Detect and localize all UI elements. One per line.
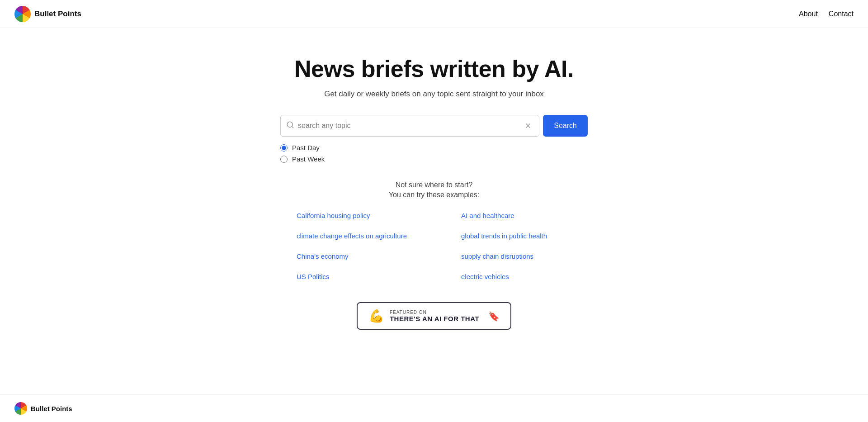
- examples-heading-2: You can try these examples:: [297, 191, 571, 199]
- past-day-radio[interactable]: [280, 144, 288, 152]
- example-link[interactable]: US Politics: [297, 273, 407, 280]
- search-container: Search: [280, 115, 588, 137]
- brand-logo[interactable]: Bullet Points: [14, 6, 81, 22]
- footer-logo-icon: [14, 402, 27, 415]
- navbar: Bullet Points About Contact: [0, 0, 868, 28]
- search-clear-button[interactable]: [523, 122, 533, 129]
- past-week-label: Past Week: [292, 155, 325, 163]
- logo-icon: [14, 6, 31, 22]
- example-link[interactable]: supply chain disruptions: [461, 252, 571, 260]
- brand-name: Bullet Points: [34, 9, 81, 19]
- contact-link[interactable]: Contact: [829, 10, 854, 18]
- featured-badge[interactable]: 💪 FEATURED ON THERE'S AN AI FOR THAT 🔖: [357, 302, 511, 330]
- examples-section: Not sure where to start? You can try the…: [297, 181, 571, 280]
- past-week-radio-label[interactable]: Past Week: [280, 155, 588, 163]
- filter-radio-group: Past Day Past Week: [280, 144, 588, 163]
- bookmark-icon: 🔖: [488, 311, 500, 322]
- example-link[interactable]: China's economy: [297, 252, 407, 260]
- hero-title: News briefs written by AI.: [294, 55, 574, 82]
- badge-text: FEATURED ON THERE'S AN AI FOR THAT: [390, 310, 479, 322]
- nav-links: About Contact: [799, 10, 854, 18]
- example-link[interactable]: climate change effects on agriculture: [297, 232, 407, 240]
- past-day-label: Past Day: [292, 144, 320, 152]
- muscle-icon: 💪: [368, 308, 384, 323]
- footer: Bullet Points: [0, 394, 868, 422]
- example-link[interactable]: global trends in public health: [461, 232, 571, 240]
- past-week-radio[interactable]: [280, 156, 288, 163]
- featured-name: THERE'S AN AI FOR THAT: [390, 315, 479, 322]
- examples-heading-1: Not sure where to start?: [297, 181, 571, 189]
- search-icon: [286, 121, 294, 131]
- example-link[interactable]: electric vehicles: [461, 273, 571, 280]
- example-link[interactable]: California housing policy: [297, 212, 407, 219]
- footer-brand[interactable]: Bullet Points: [14, 402, 72, 415]
- svg-line-1: [292, 126, 293, 128]
- about-link[interactable]: About: [799, 10, 818, 18]
- past-day-radio-label[interactable]: Past Day: [280, 144, 588, 152]
- footer-brand-name: Bullet Points: [31, 405, 72, 413]
- examples-grid: California housing policyAI and healthca…: [297, 212, 571, 280]
- search-input-wrapper: [280, 115, 539, 137]
- example-link[interactable]: AI and healthcare: [461, 212, 571, 219]
- hero-subtitle: Get daily or weekly briefs on any topic …: [324, 90, 544, 99]
- main-content: News briefs written by AI. Get daily or …: [0, 28, 868, 394]
- featured-on-label: FEATURED ON: [390, 310, 479, 315]
- search-button[interactable]: Search: [543, 115, 588, 137]
- search-input[interactable]: [298, 122, 523, 130]
